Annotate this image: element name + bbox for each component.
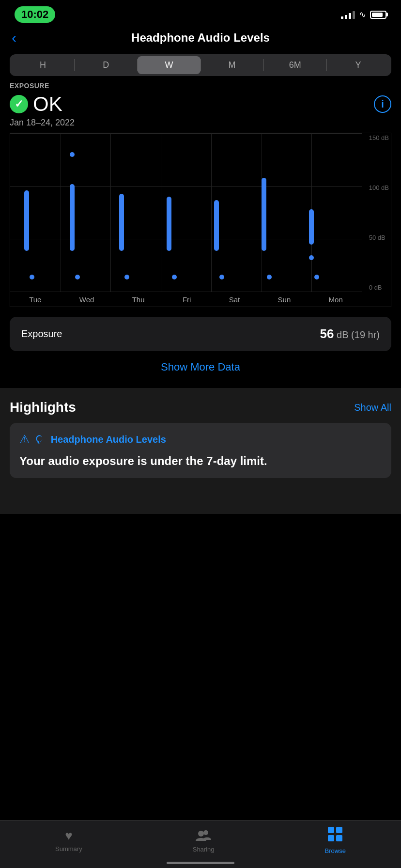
svg-rect-5 [336, 835, 342, 841]
x-label-wed: Wed [79, 295, 94, 304]
y-label-150: 150 dB [369, 134, 389, 141]
exposure-value-unit: dB (19 hr) [334, 329, 380, 340]
info-icon: i [381, 99, 384, 110]
period-btn-m[interactable]: M [201, 56, 263, 74]
highlights-title: Highlights [10, 400, 76, 415]
dot-wed-top [70, 152, 75, 157]
ok-text: OK [33, 93, 62, 116]
status-icons: ∿ [341, 9, 386, 20]
bar-tue [24, 190, 29, 251]
status-left: ✓ OK [10, 93, 62, 116]
bar-thu [119, 194, 124, 251]
tab-summary[interactable]: ♥ Summary [55, 828, 82, 852]
y-label-0: 0 dB [369, 284, 389, 291]
period-btn-y[interactable]: Y [327, 56, 389, 74]
y-axis-labels: 150 dB 100 dB 50 dB 0 dB [369, 133, 389, 292]
tab-sharing[interactable]: Sharing [193, 828, 215, 853]
chart-section: EXPOSURE ✓ OK i Jan 18–24, 2022 [0, 82, 401, 307]
show-more-button[interactable]: Show More Data [0, 361, 401, 373]
x-label-sat: Sat [229, 295, 240, 304]
svg-rect-4 [328, 835, 334, 841]
dot-tue-bottom [30, 275, 34, 279]
period-btn-w[interactable]: W [138, 56, 200, 74]
svg-point-0 [198, 831, 204, 837]
highlight-card-title: Headphone Audio Levels [51, 434, 166, 445]
x-label-mon: Mon [329, 295, 343, 304]
exposure-label: EXPOSURE [10, 82, 391, 90]
exposure-value-bold: 56 [320, 326, 334, 341]
bar-fri [167, 197, 171, 251]
dot-wed-bottom [75, 275, 80, 279]
highlight-card-body: Your audio exposure is under the 7-day l… [19, 453, 382, 468]
date-range: Jan 18–24, 2022 [10, 118, 391, 128]
dot-fri-bottom [172, 275, 177, 279]
exposure-card-label: Exposure [21, 328, 62, 340]
tab-browse[interactable]: Browse [325, 826, 346, 854]
highlights-header: Highlights Show All [10, 400, 391, 415]
wifi-icon: ∿ [359, 9, 366, 20]
svg-point-1 [203, 830, 208, 835]
highlight-card: ⚠ Headphone Audio Levels Your audio expo… [10, 423, 391, 478]
exposure-status: ✓ OK i [10, 93, 391, 116]
highlights-section: Highlights Show All ⚠ Headphone Audio Le… [0, 388, 401, 514]
x-label-sun: Sun [278, 295, 291, 304]
svg-rect-2 [328, 827, 334, 833]
home-indicator [167, 862, 234, 864]
tab-summary-label: Summary [55, 845, 82, 852]
period-btn-d[interactable]: D [75, 56, 137, 74]
tab-sharing-label: Sharing [193, 846, 215, 853]
y-label-100: 100 dB [369, 184, 389, 191]
y-label-50: 50 dB [369, 234, 389, 241]
dot-mon-bottom [314, 275, 319, 279]
dot-sat-bottom [219, 275, 224, 279]
x-label-fri: Fri [183, 295, 191, 304]
dot-mon-mid [309, 255, 314, 260]
status-time: 10:02 [15, 6, 55, 23]
ear-icon: ⚠ [19, 433, 46, 447]
ok-checkmark: ✓ [10, 95, 28, 113]
chart-grid-area [10, 133, 362, 292]
period-btn-6m[interactable]: 6M [264, 56, 326, 74]
bar-mon [309, 209, 314, 244]
x-label-tue: Tue [29, 295, 41, 304]
tab-browse-label: Browse [325, 847, 346, 854]
battery-icon [370, 11, 386, 19]
sharing-icon [196, 828, 211, 844]
tab-bar: ♥ Summary Sharing Browse [0, 820, 401, 868]
back-button[interactable]: ‹ [12, 30, 16, 46]
bar-sun [262, 178, 266, 251]
signal-icon [341, 10, 355, 19]
browse-icon [327, 826, 343, 845]
exposure-card: Exposure 56 dB (19 hr) [10, 317, 391, 351]
info-button[interactable]: i [374, 95, 391, 113]
exposure-card-value: 56 dB (19 hr) [320, 326, 380, 341]
show-all-button[interactable]: Show All [354, 402, 391, 413]
svg-rect-3 [336, 827, 342, 833]
period-btn-h[interactable]: H [12, 56, 74, 74]
status-bar: 10:02 ∿ [0, 0, 401, 26]
highlight-card-title-row: ⚠ Headphone Audio Levels [19, 433, 382, 447]
x-axis-labels: Tue Wed Thu Fri Sat Sun Mon [10, 292, 362, 307]
dot-thu-bottom [124, 275, 129, 279]
heart-icon: ♥ [65, 828, 72, 843]
x-label-thu: Thu [132, 295, 145, 304]
bar-sat [214, 200, 219, 251]
bar-wed [70, 184, 75, 251]
page-title: Headphone Audio Levels [131, 31, 270, 45]
audio-chart: 150 dB 100 dB 50 dB 0 dB Tue Wed Thu Fri… [10, 133, 391, 307]
dot-sun-bottom [267, 275, 272, 279]
period-selector: H D W M 6M Y [10, 54, 391, 76]
nav-header: ‹ Headphone Audio Levels [0, 26, 401, 52]
